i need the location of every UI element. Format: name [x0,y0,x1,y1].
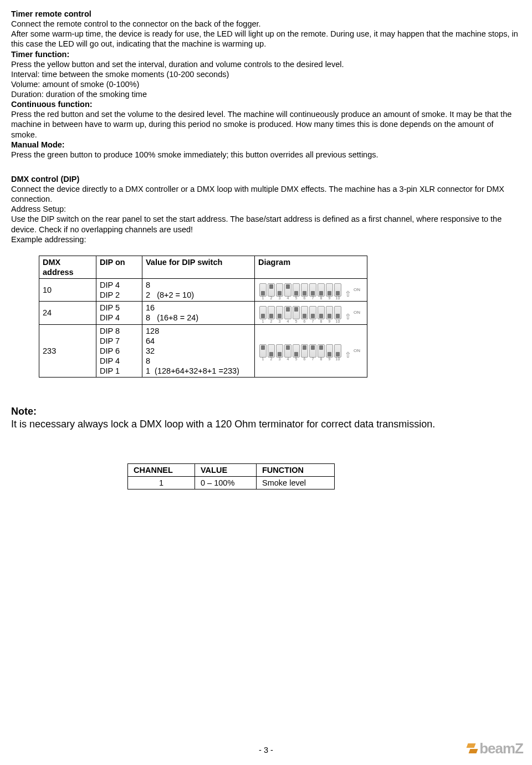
heading-timer-function: Timer function: [11,49,521,59]
note-section: Note: It is necessary always lock a DMX … [11,405,521,430]
heading-manual-mode: Manual Mode: [11,140,521,150]
heading-continuous-function: Continuous function: [11,99,521,109]
cell-channel: 1 [128,477,195,489]
cell-dmx-address: 24 [39,302,96,324]
dip-switch-icon: 4 [284,344,291,358]
cell-value: 128 64 32 8 1 (128+64+32+8+1 =233) [142,324,255,378]
dip-switch-icon: 5 [293,283,300,297]
dip-on-label: ON [354,348,360,354]
dip-switch-icon: 10 [334,344,341,358]
body-text: Press the green button to produce 100% s… [11,150,521,160]
body-text: Address Setup: [11,204,521,214]
dip-switch-icon: 10 [334,283,341,297]
table-row: 233DIP 8 DIP 7 DIP 6 DIP 4 DIP 1128 64 3… [39,324,367,378]
dip-switch-icon: 10 [334,306,341,319]
body-text: Connect the remote control to the connec… [11,19,521,29]
brand-logo: beamZ [467,740,523,758]
cell-value: 0 – 100% [195,477,257,489]
cell-diagram: 12345678910⇧ON [255,302,367,324]
table-header-row: CHANNEL VALUE FUNCTION [128,464,335,477]
dip-switch-icon: 4 [284,283,291,297]
page-number: - 3 - [0,745,532,755]
section-timer-remote: Timer remote control Connect the remote … [11,9,521,160]
dip-switch-icon: 6 [301,283,308,297]
dip-switch-diagram: 12345678910⇧ON [258,305,364,320]
body-text: Example addressing: [11,234,521,244]
up-arrow-icon: ⇧ [345,352,351,358]
logo-mark-icon [467,743,477,753]
th-function: FUNCTION [257,464,335,477]
dip-switch-icon: 4 [284,306,291,319]
table-header-row: DMX address DIP on Value for DIP switch … [39,256,367,278]
dip-switch-icon: 1 [259,344,267,358]
dip-switch-icon: 7 [309,283,316,297]
heading-timer-remote: Timer remote control [11,9,521,19]
dip-switch-icon: 8 [318,306,325,319]
note-heading: Note: [11,405,521,418]
cell-value: 16 8 (16+8 = 24) [142,302,255,324]
body-text: Press the red button and set the volume … [11,109,521,139]
cell-dip-on: DIP 4 DIP 2 [96,279,142,302]
body-text: Duration: duration of the smoking time [11,89,521,99]
up-arrow-icon: ⇧ [345,291,351,297]
note-text: It is necessary always lock a DMX loop w… [11,418,521,431]
table-row: 10DIP 4 DIP 28 2 (8+2 = 10)12345678910⇧O… [39,279,367,302]
cell-dmx-address: 10 [39,279,96,302]
dip-switch-icon: 8 [318,283,325,297]
dip-switch-icon: 1 [259,306,267,319]
cell-diagram: 12345678910⇧ON [255,324,367,378]
dip-switch-icon: 3 [276,283,283,297]
body-text: Connect the device directly to a DMX con… [11,184,521,204]
dip-switch-icon: 2 [268,344,275,358]
dip-on-label: ON [354,287,360,293]
body-text: Volume: amount of smoke (0-100%) [11,79,521,89]
th-value: Value for DIP switch [142,256,255,278]
th-dmx-address: DMX address [39,256,96,278]
dip-switch-icon: 2 [268,306,275,319]
th-dip-on: DIP on [96,256,142,278]
dip-switch-diagram: 12345678910⇧ON [258,282,364,298]
dip-switch-icon: 1 [259,283,267,297]
dip-switch-icon: 9 [326,306,333,319]
dip-switch-icon: 5 [293,306,300,319]
dip-on-label: ON [354,310,360,315]
dip-switch-icon: 2 [268,283,275,297]
cell-dmx-address: 233 [39,324,96,378]
dip-switch-icon: 7 [309,344,316,358]
th-value: VALUE [195,464,257,477]
dip-switch-icon: 3 [276,344,283,358]
logo-text: beamZ [479,740,523,758]
cell-diagram: 12345678910⇧ON [255,279,367,302]
channel-table: CHANNEL VALUE FUNCTION 1 0 – 100% Smoke … [127,463,335,489]
section-dmx-control: DMX control (DIP) Connect the device dir… [11,174,521,244]
dip-switch-icon: 6 [301,306,308,319]
dmx-address-table: DMX address DIP on Value for DIP switch … [39,256,367,378]
table-row: 1 0 – 100% Smoke level [128,477,335,489]
up-arrow-icon: ⇧ [345,314,351,319]
dip-switch-icon: 8 [318,344,325,358]
th-channel: CHANNEL [128,464,195,477]
body-text: Use the DIP switch on the rear panel to … [11,214,521,234]
table-row: 24DIP 5 DIP 416 8 (16+8 = 24)12345678910… [39,302,367,324]
cell-dip-on: DIP 8 DIP 7 DIP 6 DIP 4 DIP 1 [96,324,142,378]
body-text: After some warm-up time, the device is r… [11,29,521,49]
body-text: Press the yellow button and set the inte… [11,59,521,69]
cell-dip-on: DIP 5 DIP 4 [96,302,142,324]
cell-value: 8 2 (8+2 = 10) [142,279,255,302]
dip-switch-icon: 5 [293,344,300,358]
dip-switch-icon: 3 [276,306,283,319]
cell-function: Smoke level [257,477,335,489]
th-diagram: Diagram [255,256,367,278]
body-text: Interval: time between the smoke moments… [11,69,521,79]
dip-switch-icon: 9 [326,283,333,297]
dip-switch-icon: 6 [301,344,308,358]
heading-dmx-control: DMX control (DIP) [11,174,521,184]
dip-switch-icon: 7 [309,306,316,319]
dip-switch-diagram: 12345678910⇧ON [258,343,364,359]
dip-switch-icon: 9 [326,344,333,358]
